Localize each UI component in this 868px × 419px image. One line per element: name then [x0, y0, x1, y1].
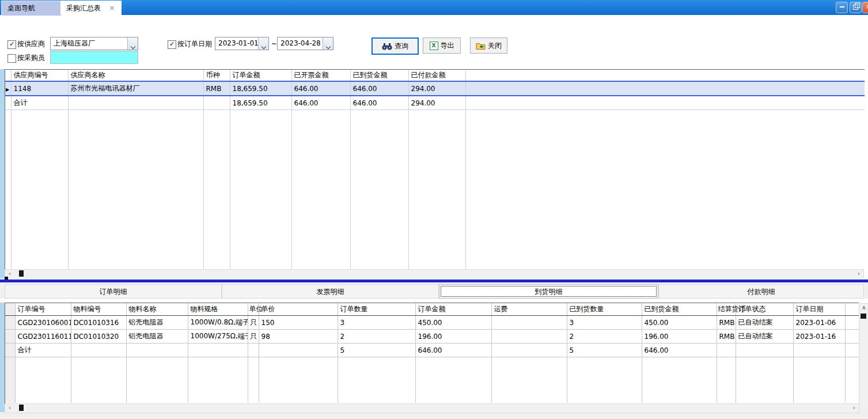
cell-supplier-name[interactable]: 苏州市光福电讯器材厂: [68, 81, 203, 96]
col-freight[interactable]: 运费: [491, 303, 567, 316]
date-from-select[interactable]: 2023-01-01: [215, 37, 269, 50]
detail-vscroll-thumb[interactable]: [861, 314, 866, 319]
cell-order-amount[interactable]: 196.00: [415, 330, 491, 343]
cell-order-status[interactable]: 已自动结案: [736, 330, 793, 343]
cell-arrived-amount[interactable]: 646.00: [350, 81, 408, 96]
scroll-right-icon[interactable]: ›: [854, 270, 863, 278]
tab-desktop-navigation[interactable]: 桌面导航: [1, 1, 62, 16]
empty-cell: [845, 316, 859, 330]
supplier-select[interactable]: 上海稳压器厂: [50, 37, 138, 50]
dropdown-arrow-icon[interactable]: [323, 37, 333, 50]
cell-unit[interactable]: 只: [248, 316, 259, 330]
detail-hscrollbar[interactable]: ‹ ›: [5, 403, 859, 413]
col-order-amount[interactable]: 订单金额: [230, 70, 291, 81]
minimize-button[interactable]: [836, 2, 848, 13]
cell-order-amount[interactable]: 18,659.50: [230, 81, 291, 96]
detail-tab-arrival[interactable]: 到货明细: [439, 284, 658, 299]
tab-close-icon[interactable]: ×: [109, 3, 115, 12]
dropdown-arrow-icon[interactable]: [127, 37, 138, 50]
cell-arrived-qty[interactable]: 3: [567, 316, 642, 330]
scroll-right-icon[interactable]: ›: [850, 404, 859, 413]
tab-purchase-summary[interactable]: 采购汇总表×: [60, 1, 122, 15]
row-selector-cell[interactable]: [5, 316, 15, 330]
checkbox-by-buyer[interactable]: [7, 54, 16, 63]
cell-unit-price[interactable]: 98: [259, 330, 338, 343]
col-supplier-name[interactable]: 供应商名称: [68, 70, 203, 81]
col-order-status[interactable]: 订单状态: [736, 303, 793, 316]
col-arrived-qty[interactable]: 已到货数量: [567, 303, 642, 316]
checkbox-by-supplier[interactable]: ✓: [7, 40, 16, 49]
cell-freight[interactable]: [491, 316, 567, 330]
cell-settle-currency[interactable]: RMB: [717, 330, 736, 343]
close-window-button[interactable]: ×: [862, 2, 868, 13]
cell-supplier-code[interactable]: 1148: [11, 81, 68, 96]
empty-cell: [465, 96, 865, 110]
close-report-button[interactable]: 关闭: [470, 37, 507, 54]
detail-vscrollbar[interactable]: ∧: [859, 303, 868, 404]
cell-arrived-amount[interactable]: 450.00: [642, 316, 717, 330]
col-currency[interactable]: 币种: [203, 70, 230, 81]
cell-order-qty[interactable]: 3: [338, 316, 415, 330]
splitter[interactable]: [0, 278, 868, 284]
restore-button[interactable]: [850, 2, 862, 13]
scroll-left-icon[interactable]: ‹: [5, 404, 14, 413]
dropdown-arrow-icon[interactable]: [258, 37, 268, 50]
col-material-name[interactable]: 物料名称: [126, 303, 188, 316]
col-order-qty[interactable]: 订单数量: [338, 303, 415, 316]
cell-order-no[interactable]: CGD230106001: [15, 316, 71, 330]
col-unit-price[interactable]: 单价: [259, 303, 338, 316]
cell-settle-currency[interactable]: RMB: [717, 316, 736, 330]
checkbox-by-order-date[interactable]: ✓: [168, 40, 176, 49]
detail-tab-order[interactable]: 订单明细: [5, 284, 222, 299]
date-to-select[interactable]: 2023-04-28: [277, 37, 333, 50]
total-order-amount: 646.00: [415, 343, 491, 357]
cell-order-qty[interactable]: 2: [338, 330, 415, 343]
cell-invoiced-amount[interactable]: 646.00: [291, 81, 350, 96]
cell-material-spec[interactable]: 1000W/0.8Ω,端子式: [188, 316, 248, 330]
row-selector-cell[interactable]: ▶: [5, 81, 11, 96]
cell-order-amount[interactable]: 450.00: [415, 316, 491, 330]
detail-row[interactable]: CGD230106001 DC01010316 铝壳电阻器 1000W/0.8Ω…: [5, 316, 859, 330]
scroll-up-icon[interactable]: ∧: [859, 304, 868, 312]
cell-paid-amount[interactable]: 294.00: [408, 81, 465, 96]
buyer-input[interactable]: [50, 51, 138, 64]
cell-material-code[interactable]: DC01010320: [71, 330, 126, 343]
col-material-code[interactable]: 物料编号: [71, 303, 126, 316]
col-arrived-amount[interactable]: 已到货金额: [642, 303, 717, 316]
cell-order-status[interactable]: 已自动结案: [736, 316, 793, 330]
detail-tab-payment[interactable]: 付款明细: [658, 284, 864, 299]
cell-currency[interactable]: RMB: [203, 81, 230, 96]
cell-freight[interactable]: [491, 330, 567, 343]
query-button[interactable]: 查询: [372, 37, 419, 55]
cell-material-code[interactable]: DC01010316: [71, 316, 126, 330]
row-selector-cell[interactable]: [5, 330, 15, 343]
cell-material-name[interactable]: 铝壳电阻器: [126, 330, 188, 343]
col-material-spec[interactable]: 物料规格: [188, 303, 248, 316]
cell-order-date[interactable]: 2023-01-16: [793, 330, 845, 343]
detail-tab-invoice[interactable]: 发票明细: [222, 284, 439, 299]
col-order-amount[interactable]: 订单金额: [415, 303, 491, 316]
cell-unit-price[interactable]: 150: [259, 316, 338, 330]
cell-material-spec[interactable]: 1000W/275Ω,端子式: [188, 330, 248, 343]
col-unit[interactable]: 单位: [248, 303, 259, 316]
col-arrived-amount[interactable]: 已到货金额: [350, 70, 408, 81]
summary-row[interactable]: ▶ 1148 苏州市光福电讯器材厂 RMB 18,659.50 646.00 6…: [5, 81, 865, 96]
cell-arrived-amount[interactable]: 196.00: [642, 330, 717, 343]
detail-row[interactable]: CGD230116011 DC01010320 铝壳电阻器 1000W/275Ω…: [5, 330, 859, 343]
cell-arrived-qty[interactable]: 2: [567, 330, 642, 343]
col-supplier-code[interactable]: 供应商编号: [11, 70, 68, 81]
cell-unit[interactable]: 只: [248, 330, 259, 343]
window-tab-bar: 桌面导航 采购汇总表× ×: [0, 0, 868, 15]
cell-material-name[interactable]: 铝壳电阻器: [126, 316, 188, 330]
col-invoiced-amount[interactable]: 已开票金额: [291, 70, 350, 81]
col-settle-currency[interactable]: 结算货币: [717, 303, 736, 316]
cell-order-no[interactable]: CGD230116011: [15, 330, 71, 343]
col-order-date[interactable]: 订单日期: [793, 303, 845, 316]
export-button[interactable]: X 导出: [423, 37, 461, 54]
col-paid-amount[interactable]: 已付款金额: [408, 70, 465, 81]
detail-hscroll-thumb[interactable]: [19, 405, 24, 411]
summary-hscroll-thumb[interactable]: [19, 270, 24, 277]
summary-hscrollbar[interactable]: ‹ ›: [5, 269, 864, 279]
col-order-no[interactable]: 订单编号: [15, 303, 71, 316]
cell-order-date[interactable]: 2023-01-06: [793, 316, 845, 330]
